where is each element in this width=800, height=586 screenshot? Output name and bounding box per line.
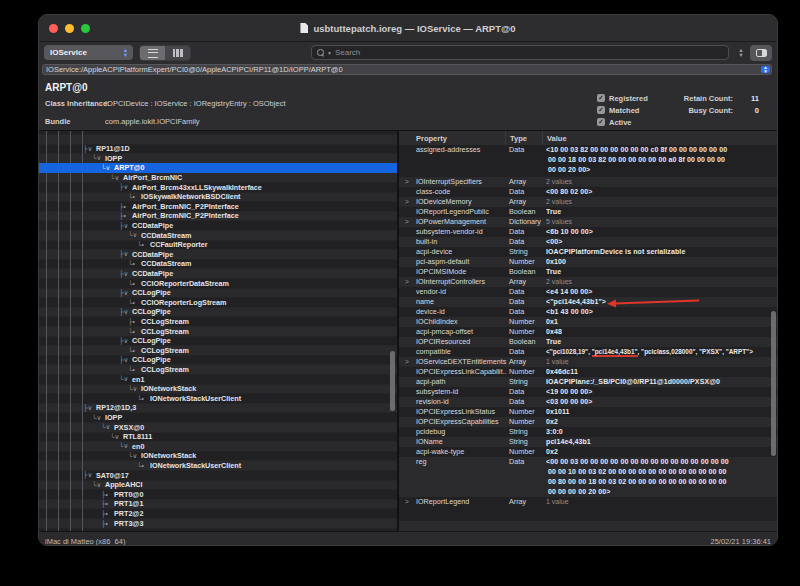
- row-disclosure-icon[interactable]: >: [405, 197, 409, 207]
- path-dropdown[interactable]: IOService:/AppleACPIPlatformExpert/PCI0@…: [42, 64, 772, 75]
- property-row-IOReportLegend[interactable]: >IOReportLegendArray1 value: [399, 497, 778, 507]
- tree-item-CCLogPipe[interactable]: ├∨CCLogPipe: [39, 288, 397, 298]
- disclosure-chevron-icon[interactable]: ├∨: [119, 308, 132, 316]
- tree-item-AppleAHCI[interactable]: └∨AppleAHCI: [39, 480, 397, 490]
- property-row-IODeviceMemory[interactable]: >IODeviceMemoryArray2 values: [399, 197, 778, 207]
- tree-item-PRT0@0[interactable]: ├•PRT0@0: [39, 490, 397, 500]
- table-scrollbar-thumb[interactable]: [771, 311, 776, 456]
- property-row-IOPCIExpressLinkStatus[interactable]: IOPCIExpressLinkStatusNumber0x1011: [399, 407, 778, 417]
- tree-item-PXSX@0[interactable]: └∨PXSX@0: [39, 422, 397, 432]
- property-row-IOInterruptControllers[interactable]: >IOInterruptControllersArray2 values: [399, 277, 778, 287]
- inspector-toggle-button[interactable]: [750, 45, 772, 61]
- tree-item-AirPort_BrcmNIC_P2PInterface[interactable]: ├•AirPort_BrcmNIC_P2PInterface: [39, 202, 397, 212]
- tree-item-CCLogPipe[interactable]: ├∨CCLogPipe: [39, 336, 397, 346]
- disclosure-chevron-icon[interactable]: ├∨: [119, 250, 132, 258]
- plane-selector-dropdown[interactable]: IOService ▲▼: [44, 45, 133, 60]
- toolbar-stepper[interactable]: ▲▼: [736, 46, 746, 60]
- property-row-IOServiceDEXTEntitlements[interactable]: >IOServiceDEXTEntitlementsArray1 value: [399, 357, 778, 367]
- tree-item-CCIOReporterDataStream[interactable]: └•CCIOReporterDataStream: [39, 278, 397, 288]
- search-input[interactable]: ▼ Search: [311, 45, 729, 60]
- property-row-built-in[interactable]: built-inData<00>: [399, 237, 778, 247]
- tree-item-CCLogStream[interactable]: ├•CCLogStream: [39, 317, 397, 327]
- tree-item-IONetworkStackUserClient[interactable]: └•IONetworkStackUserClient: [39, 394, 397, 404]
- disclosure-chevron-icon[interactable]: └∨: [128, 452, 141, 460]
- tree-item-CCIOReporterLogStream[interactable]: └•CCIOReporterLogStream: [39, 298, 397, 308]
- property-row-name[interactable]: nameData<"pci14e4,43b1">: [399, 297, 778, 307]
- disclosure-chevron-icon[interactable]: └∨: [128, 231, 141, 239]
- list-view-button[interactable]: [140, 46, 165, 60]
- tree-item-PRT3@3[interactable]: ├•PRT3@3: [39, 518, 397, 528]
- property-row-IOPowerManagement[interactable]: >IOPowerManagementDictionary5 values: [399, 217, 778, 227]
- disclosure-chevron-icon[interactable]: ├∨: [83, 404, 96, 412]
- property-row-acpi-path[interactable]: acpi-pathStringIOACPIPlane:/_SB/PCI0@0/R…: [399, 377, 778, 387]
- disclosure-chevron-icon[interactable]: └∨: [101, 423, 114, 431]
- column-view-button[interactable]: [165, 46, 190, 60]
- tree-item-CCDataPipe[interactable]: ├∨CCDataPipe: [39, 250, 397, 260]
- tree-item-CCLogStream[interactable]: └•CCLogStream: [39, 365, 397, 375]
- disclosure-chevron-icon[interactable]: └∨: [128, 385, 141, 393]
- property-row-IOName[interactable]: IONameStringpci14e4,43b1: [399, 437, 778, 447]
- tree-item-IONetworkStack[interactable]: └∨IONetworkStack: [39, 451, 397, 461]
- tree-item-IONetworkStack[interactable]: └∨IONetworkStack: [39, 384, 397, 394]
- active-checkbox[interactable]: ✓: [597, 118, 605, 126]
- column-header-type[interactable]: Type: [505, 131, 546, 145]
- tree-item-ARPT@0[interactable]: └∨ARPT@0: [39, 163, 397, 173]
- property-row-class-code[interactable]: class-codeData<00 80 02 00>: [399, 187, 778, 197]
- disclosure-chevron-icon[interactable]: └∨: [92, 154, 105, 162]
- tree-item-AirPort_Brcm43xxLLSkywalkInterface[interactable]: ├∨AirPort_Brcm43xxLLSkywalkInterface: [39, 182, 397, 192]
- disclosure-chevron-icon[interactable]: ├∨: [119, 222, 132, 230]
- matched-checkbox[interactable]: ✓: [597, 106, 605, 114]
- tree-item-RTL8111[interactable]: └∨RTL8111: [39, 432, 397, 442]
- disclosure-chevron-icon[interactable]: ├∨: [119, 183, 132, 191]
- property-row-subsystem-id[interactable]: subsystem-idData<19 00 00 00>: [399, 387, 778, 397]
- tree-item-CCLogPipe[interactable]: ├∨CCLogPipe: [39, 355, 397, 365]
- tree-item-SAT0@17[interactable]: ├∨SAT0@17: [39, 470, 397, 480]
- property-row-subsystem-vendor-id[interactable]: subsystem-vendor-idData<6b 10 00 00>: [399, 227, 778, 237]
- tree-item-CCLogStream[interactable]: └•CCLogStream: [39, 326, 397, 336]
- property-row-acpi-pmcap-offset[interactable]: acpi-pmcap-offsetNumber0x48: [399, 327, 778, 337]
- tree-item-CCFaultReporter[interactable]: └•CCFaultReporter: [39, 240, 397, 250]
- property-row-IOReportLegendPublic[interactable]: IOReportLegendPublicBooleanTrue: [399, 207, 778, 217]
- disclosure-chevron-icon[interactable]: └∨: [119, 375, 132, 383]
- property-row-reg[interactable]: regData<00 00 03 00 00 00 00 00 00 00 00…: [399, 457, 778, 497]
- disclosure-chevron-icon[interactable]: └∨: [92, 414, 105, 422]
- registered-checkbox[interactable]: ✓: [597, 94, 605, 102]
- tree-item-PRT2@2[interactable]: ├•PRT2@2: [39, 509, 397, 519]
- column-header-value[interactable]: Value: [542, 131, 747, 145]
- property-row-pcidebug[interactable]: pcidebugString3:0:0: [399, 427, 778, 437]
- disclosure-chevron-icon[interactable]: └∨: [110, 433, 123, 441]
- disclosure-chevron-icon[interactable]: ├∨: [83, 145, 96, 153]
- tree-item-AirPort_BrcmNIC_P2PInterface[interactable]: ├•AirPort_BrcmNIC_P2PInterface: [39, 211, 397, 221]
- tree-item-IOPP[interactable]: └∨IOPP: [39, 154, 397, 164]
- row-disclosure-icon[interactable]: >: [405, 357, 409, 367]
- disclosure-chevron-icon[interactable]: ├∨: [119, 270, 132, 278]
- disclosure-chevron-icon[interactable]: └∨: [101, 164, 114, 172]
- disclosure-chevron-icon[interactable]: ├∨: [119, 337, 132, 345]
- property-row-pci-aspm-default[interactable]: pci-aspm-defaultNumber0x100: [399, 257, 778, 267]
- row-disclosure-icon[interactable]: >: [405, 217, 409, 227]
- disclosure-chevron-icon[interactable]: ├∨: [119, 356, 132, 364]
- tree-item-RP12@1D,3[interactable]: ├∨RP12@1D,3: [39, 403, 397, 413]
- property-row-IOPCIResourced[interactable]: IOPCIResourcedBooleanTrue: [399, 337, 778, 347]
- property-row-IOInterruptSpecifiers[interactable]: >IOInterruptSpecifiersArray2 values: [399, 177, 778, 187]
- tree-item-CCLogStream[interactable]: └•CCLogStream: [39, 346, 397, 356]
- column-header-property[interactable]: Property: [416, 131, 447, 145]
- property-row-IOPCIExpressCapabilities[interactable]: IOPCIExpressCapabilitiesNumber0x2: [399, 417, 778, 427]
- tree-item-CCDataStream[interactable]: └∨CCDataStream: [39, 230, 397, 240]
- disclosure-chevron-icon[interactable]: ├∨: [83, 471, 96, 479]
- tree-item-CCDataPipe[interactable]: ├∨CCDataPipe: [39, 269, 397, 279]
- property-row-assigned-addresses[interactable]: assigned-addressesData<10 00 03 82 00 00…: [399, 145, 778, 177]
- disclosure-chevron-icon[interactable]: ├∨: [119, 289, 132, 297]
- row-disclosure-icon[interactable]: >: [405, 277, 409, 287]
- tree-item-RP11@1D[interactable]: ├∨RP11@1D: [39, 144, 397, 154]
- tree-item-en1[interactable]: └∨en1: [39, 374, 397, 384]
- property-row-IOChildIndex[interactable]: IOChildIndexNumber0x1: [399, 317, 778, 327]
- row-disclosure-icon[interactable]: >: [405, 177, 409, 187]
- tree-item-CCDataPipe[interactable]: ├∨CCDataPipe: [39, 221, 397, 231]
- tree-item-AirPort_BrcmNIC[interactable]: └∨AirPort_BrcmNIC: [39, 173, 397, 183]
- disclosure-chevron-icon[interactable]: └∨: [92, 481, 105, 489]
- property-row-acpi-device[interactable]: acpi-deviceStringIOACPIPlatformDevice is…: [399, 247, 778, 257]
- tree-item-PRT1@1[interactable]: ├•PRT1@1: [39, 499, 397, 509]
- property-row-device-id[interactable]: device-idData<b1 43 00 00>: [399, 307, 778, 317]
- property-row-acpi-wake-type[interactable]: acpi-wake-typeNumber0x2: [399, 447, 778, 457]
